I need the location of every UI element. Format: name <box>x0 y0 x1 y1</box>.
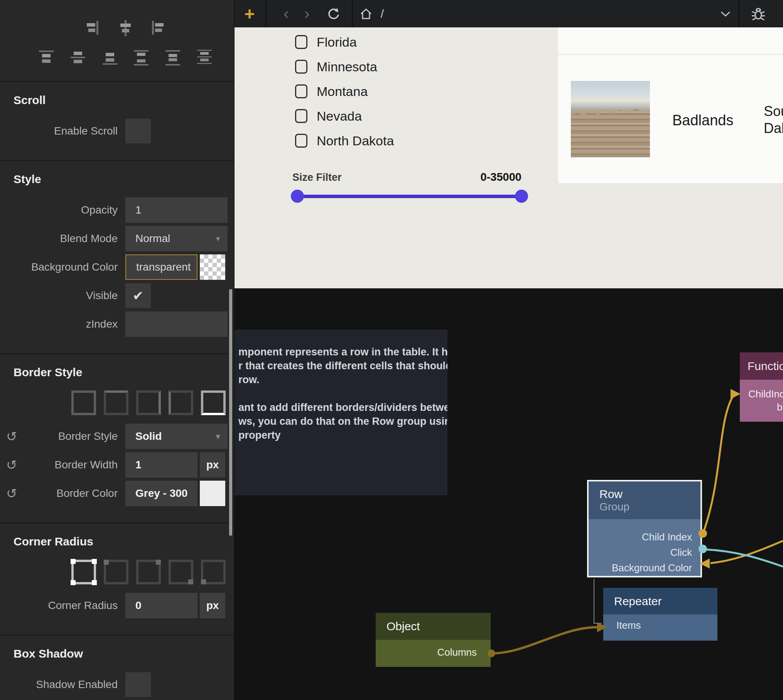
opacity-input[interactable]: 1 <box>125 197 228 223</box>
border-color-input[interactable]: Grey - 300 <box>125 481 197 506</box>
border-width-row: ↺ Border Width 1 px <box>0 452 234 478</box>
justify-center-packed-icon[interactable] <box>164 49 182 67</box>
list-item: Montana <box>295 84 394 99</box>
border-left-side-icon[interactable] <box>169 390 193 415</box>
component-comment: mponent represents a row in the table. I… <box>235 330 447 495</box>
node-graph-canvas[interactable]: mponent represents a row in the table. I… <box>235 288 783 700</box>
border-side-selector <box>71 390 234 415</box>
shadow-enabled-row: Shadow Enabled <box>0 672 234 697</box>
section-corner-radius: Corner Radius Corner Radius 0 px <box>0 523 234 636</box>
corner-top-left-icon[interactable] <box>104 560 128 584</box>
list-item: North Dakota <box>295 133 394 148</box>
wire-childindex[interactable] <box>704 396 733 532</box>
align-right-icon[interactable] <box>84 19 102 37</box>
panel-scrollbar[interactable] <box>229 289 232 536</box>
port-items[interactable]: Items <box>603 618 717 633</box>
background-color-label: Background Color <box>0 261 118 273</box>
enable-scroll-label: Enable Scroll <box>0 125 118 137</box>
slider-handle-min[interactable] <box>291 190 304 203</box>
wire-items[interactable] <box>491 627 598 653</box>
state-checkbox[interactable] <box>295 84 307 98</box>
badlands-photo <box>571 81 650 157</box>
port-columns[interactable]: Columns <box>376 644 491 660</box>
enable-scroll-row: Enable Scroll <box>0 118 234 144</box>
border-all-sides-icon[interactable] <box>71 390 96 415</box>
justify-top-icon[interactable] <box>37 49 55 67</box>
add-tab-button[interactable]: + <box>240 0 259 27</box>
background-color-input[interactable]: transparent <box>125 254 197 280</box>
corner-bottom-right-icon[interactable] <box>169 560 193 584</box>
corner-radius-input[interactable]: 0 <box>125 593 197 618</box>
corner-bottom-left-icon[interactable] <box>201 560 226 584</box>
blend-mode-select[interactable]: Normal ▾ <box>125 226 228 251</box>
node-title: Object <box>386 620 491 633</box>
border-top-side-icon[interactable] <box>104 390 128 415</box>
preview-area: + ‹ › / <box>235 0 783 288</box>
border-bottom-side-icon-selected[interactable] <box>201 390 226 415</box>
corner-radius-unit[interactable]: px <box>200 593 225 618</box>
port-background-color[interactable]: Background Color <box>589 560 700 575</box>
zindex-row: zIndex <box>0 311 234 337</box>
node-function[interactable]: Function ChildInde b <box>740 352 783 422</box>
size-filter-slider[interactable] <box>297 195 521 198</box>
shadow-enabled-label: Shadow Enabled <box>0 678 118 691</box>
refresh-icon[interactable] <box>324 0 343 27</box>
node-object[interactable]: Object Columns <box>376 613 491 667</box>
section-title-scroll: Scroll <box>14 94 234 107</box>
reset-icon[interactable]: ↺ <box>6 458 17 471</box>
border-width-unit[interactable]: px <box>200 452 225 478</box>
home-icon[interactable] <box>357 0 375 27</box>
node-repeater[interactable]: Repeater Items <box>603 588 717 641</box>
align-left-icon[interactable] <box>149 19 167 37</box>
state-checkbox[interactable] <box>295 134 307 148</box>
visible-label: Visible <box>0 289 118 302</box>
reset-icon[interactable]: ↺ <box>6 430 17 443</box>
justify-space-around-icon[interactable] <box>196 49 213 67</box>
reset-icon[interactable]: ↺ <box>6 487 17 500</box>
visible-checkbox[interactable]: ✔ <box>125 283 151 308</box>
forward-button[interactable]: › <box>299 0 316 27</box>
app-window: Scroll Enable Scroll Style Opacity 1 Ble… <box>0 0 783 700</box>
align-center-horizontal-icon[interactable] <box>117 19 135 37</box>
port-child-index-out[interactable]: ChildInde <box>740 387 783 401</box>
preview-canvas: Badlands Sou Dak Florida Minnesota <box>235 27 783 288</box>
check-icon: ✔ <box>133 288 144 303</box>
corner-all-icon-selected[interactable] <box>71 560 96 584</box>
justify-bottom-icon[interactable] <box>101 49 119 67</box>
state-checkbox[interactable] <box>295 35 307 49</box>
shadow-enabled-checkbox[interactable] <box>125 672 151 697</box>
border-color-label: Border Color <box>0 487 118 500</box>
node-title: Repeater <box>614 595 717 608</box>
enable-scroll-checkbox[interactable] <box>125 119 151 143</box>
border-width-label: Border Width <box>0 459 118 471</box>
corner-radius-row: Corner Radius 0 px <box>0 593 234 618</box>
wire-background-color[interactable] <box>710 541 783 563</box>
chevron-down-icon[interactable] <box>717 0 734 27</box>
border-right-side-icon[interactable] <box>136 390 161 415</box>
border-width-input[interactable]: 1 <box>125 452 197 478</box>
state-checkbox[interactable] <box>295 109 307 123</box>
debug-bug-icon[interactable] <box>747 0 770 27</box>
port-child-index[interactable]: Child Index <box>589 529 700 545</box>
slider-handle-max[interactable] <box>515 190 528 203</box>
state-checkbox[interactable] <box>295 60 307 74</box>
zindex-input[interactable] <box>125 311 228 337</box>
blend-mode-label: Blend Mode <box>0 232 118 245</box>
justify-center-icon[interactable] <box>69 49 87 67</box>
corner-top-right-icon[interactable] <box>136 560 161 584</box>
border-style-select[interactable]: Solid ▾ <box>125 424 228 449</box>
justify-space-between-icon[interactable] <box>132 49 150 67</box>
port-click[interactable]: Click <box>589 545 700 560</box>
url-path[interactable]: / <box>376 0 389 27</box>
border-color-row: ↺ Border Color Grey - 300 <box>0 481 234 506</box>
border-color-swatch[interactable] <box>200 481 225 506</box>
background-color-row: Background Color transparent <box>0 254 234 280</box>
background-color-swatch[interactable] <box>200 254 225 280</box>
back-button[interactable]: ‹ <box>278 0 295 27</box>
node-type: Group <box>599 501 700 513</box>
node-row-group[interactable]: Row Group Child Index Click Background C… <box>587 480 702 577</box>
border-style-label: Border Style <box>0 430 118 443</box>
section-box-shadow: Box Shadow Shadow Enabled <box>0 636 234 700</box>
corner-selector <box>71 560 234 584</box>
wire-click[interactable] <box>703 549 783 567</box>
